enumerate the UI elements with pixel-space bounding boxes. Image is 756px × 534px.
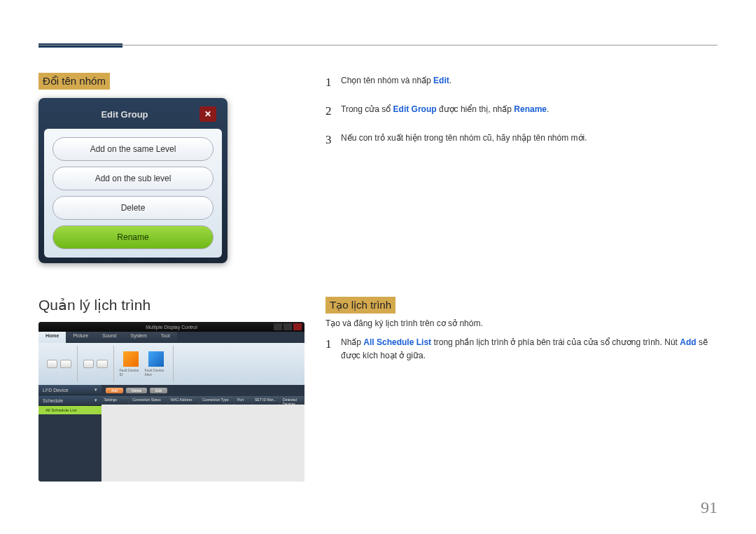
section-title-create-schedule: Tạo lịch trình	[326, 297, 396, 314]
close-window-button[interactable]	[293, 323, 302, 330]
grid-body	[102, 405, 304, 482]
toolbar-edit-button[interactable]: Edit	[150, 388, 167, 393]
ribbon-group-fault: Fault Device ID Fault Device Alert	[114, 346, 174, 382]
fault-id-icon	[123, 351, 139, 367]
delete-button[interactable]: Delete	[52, 196, 214, 220]
section-title-text: Đổi tên nhóm	[38, 73, 110, 90]
page-number: 91	[701, 498, 718, 517]
dialog-header: Edit Group ✕	[44, 104, 222, 129]
add-keyword: Add	[680, 337, 696, 347]
tab-system[interactable]: System	[124, 332, 154, 343]
ribbon-group-2	[78, 346, 114, 382]
grid-col-detected: Detected Devices	[280, 396, 304, 405]
section-title-schedule-mgmt: Quản lý lịch trình	[38, 297, 150, 314]
step-text: Nếu con trỏ xuất hiện trong tên nhóm cũ,…	[341, 130, 587, 149]
ribbon-small-button[interactable]	[83, 360, 94, 368]
edit-group-keyword: Edit Group	[393, 104, 437, 114]
tab-sound[interactable]: Sound	[95, 332, 123, 343]
sidebar-item-all-schedule[interactable]: All Schedule List	[38, 406, 102, 414]
sidebar-header-lfd[interactable]: LFD Device▾	[38, 385, 102, 395]
step-number: 3	[326, 130, 341, 149]
mdc-title: Multiple Display Control	[146, 325, 197, 330]
step-text: Nhấp All Schedule List trong phần lịch t…	[341, 335, 714, 363]
sidebar-header-schedule[interactable]: Schedule▾	[38, 395, 102, 406]
mdc-main: Add Delete Edit Settings Connection Stat…	[102, 385, 304, 482]
add-sub-level-button[interactable]: Add on the sub level	[52, 167, 214, 190]
ribbon-body: Fault Device ID Fault Device Alert	[38, 343, 304, 385]
steps-create-schedule: 1 Nhấp All Schedule List trong phần lịch…	[326, 335, 714, 372]
section3-description: Tạo và đăng ký lịch trình trên cơ sở nhó…	[326, 318, 483, 328]
mdc-sidebar: LFD Device▾ Schedule▾ All Schedule List	[38, 385, 102, 482]
fault-device-alert-button[interactable]: Fault Device Alert	[145, 351, 167, 377]
header-accent-bar	[38, 43, 122, 48]
section-title-rename-group: Đổi tên nhóm	[38, 73, 110, 90]
minimize-button[interactable]	[274, 323, 282, 330]
ribbon-small-button[interactable]	[60, 360, 71, 368]
dialog-title: Edit Group	[50, 109, 200, 120]
step-text: Chọn tên nhóm và nhấp Edit.	[341, 73, 451, 92]
maximize-button[interactable]	[284, 323, 292, 330]
mdc-content: LFD Device▾ Schedule▾ All Schedule List …	[38, 385, 304, 482]
step-1: 1 Nhấp All Schedule List trong phần lịch…	[326, 335, 714, 363]
fault-alert-icon	[148, 351, 164, 367]
grid-col-connection-status: Connection Status	[130, 396, 168, 405]
rename-keyword: Rename	[514, 104, 547, 114]
tab-home[interactable]: Home	[38, 332, 66, 343]
grid-col-settings: Settings	[102, 396, 130, 405]
rename-button[interactable]: Rename	[52, 225, 214, 249]
toolbar-add-button[interactable]: Add	[106, 388, 123, 393]
grid-col-setid: SET ID Ran...	[252, 396, 280, 405]
window-controls	[274, 323, 302, 330]
toolbar-delete-button[interactable]: Delete	[126, 388, 147, 393]
mdc-window-screenshot: Multiple Display Control Home Picture So…	[38, 322, 304, 482]
ribbon-small-button[interactable]	[47, 360, 57, 368]
grid-header: Settings Connection Status MAC Address C…	[102, 396, 304, 405]
steps-rename-group: 1 Chọn tên nhóm và nhấp Edit. 2 Trong cử…	[326, 73, 714, 160]
step-number: 2	[326, 101, 341, 120]
close-button[interactable]: ✕	[200, 106, 216, 122]
close-icon: ✕	[204, 109, 211, 119]
mdc-ribbon-area: Home Picture Sound System Tool	[38, 332, 304, 385]
all-schedule-list-keyword: All Schedule List	[363, 337, 431, 347]
grid-col-port: Port	[234, 396, 252, 405]
header-divider	[38, 45, 718, 45]
edit-keyword: Edit	[433, 76, 449, 85]
grid-col-mac: MAC Address	[168, 396, 200, 405]
chevron-down-icon: ▾	[94, 387, 97, 393]
step-number: 1	[326, 73, 341, 92]
step-number: 1	[326, 335, 341, 363]
ribbon-group-1	[41, 346, 78, 382]
step-text: Trong cửa sổ Edit Group được hiển thị, n…	[341, 101, 549, 120]
mdc-titlebar: Multiple Display Control	[38, 322, 304, 332]
grid-col-conn-type: Connection Type	[200, 396, 234, 405]
ribbon-tabs: Home Picture Sound System Tool	[38, 332, 304, 343]
ribbon-small-button[interactable]	[97, 360, 107, 368]
tab-tool[interactable]: Tool	[154, 332, 177, 343]
mdc-toolbar: Add Delete Edit	[102, 385, 304, 396]
chevron-down-icon: ▾	[94, 398, 97, 403]
dialog-body: Add on the same Level Add on the sub lev…	[44, 129, 222, 258]
step-1: 1 Chọn tên nhóm và nhấp Edit.	[326, 73, 714, 92]
fault-device-id-button[interactable]: Fault Device ID	[120, 351, 142, 377]
step-2: 2 Trong cửa sổ Edit Group được hiển thị,…	[326, 101, 714, 120]
add-same-level-button[interactable]: Add on the same Level	[52, 137, 214, 161]
edit-group-dialog: Edit Group ✕ Add on the same Level Add o…	[38, 98, 227, 263]
section-title-text: Tạo lịch trình	[326, 297, 396, 314]
step-3: 3 Nếu con trỏ xuất hiện trong tên nhóm c…	[326, 130, 714, 149]
tab-picture[interactable]: Picture	[66, 332, 95, 343]
